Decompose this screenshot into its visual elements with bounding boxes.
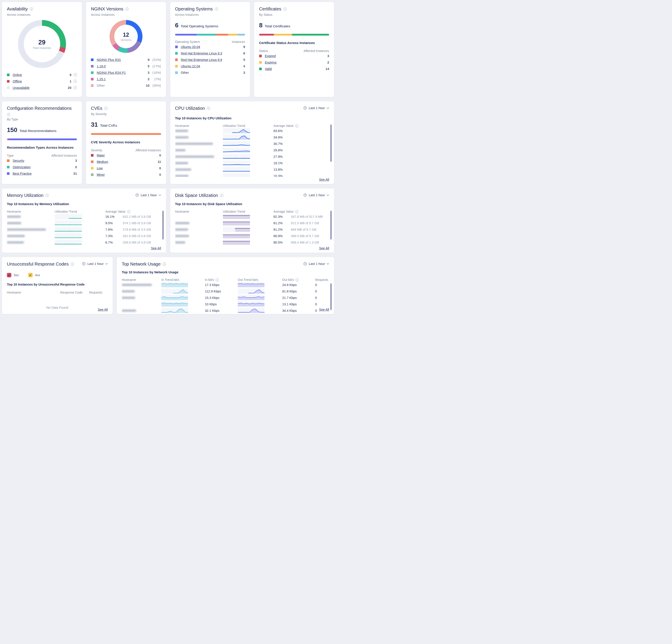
hostname-redacted[interactable]: [175, 228, 188, 231]
disk-average-value: 81.2%: [274, 221, 291, 225]
memory-section-title: Top 10 Instances by Memory Utilization: [7, 202, 161, 206]
legend-link[interactable]: Unavailable: [13, 86, 29, 90]
info-icon[interactable]: [74, 73, 77, 76]
os-link[interactable]: Ubuntu 22.04: [181, 64, 200, 68]
info-icon[interactable]: [215, 7, 218, 11]
hostname-redacted[interactable]: [7, 222, 21, 224]
info-icon[interactable]: [295, 278, 299, 282]
legend-link[interactable]: 1.18.0: [97, 64, 106, 68]
info-icon[interactable]: [295, 210, 298, 213]
hostname-redacted[interactable]: [175, 222, 189, 224]
legend-link[interactable]: NGINX Plus R31: [97, 58, 121, 62]
hostname-redacted[interactable]: [175, 235, 189, 237]
cpu-instance-row: 18.1%: [175, 160, 329, 166]
memory-utilization-title: Memory Utilization: [7, 193, 43, 198]
info-icon[interactable]: [216, 278, 219, 282]
requests-value: 0: [315, 302, 329, 306]
info-icon[interactable]: [7, 113, 10, 116]
status-link[interactable]: Valid: [265, 67, 272, 71]
certificates-title: Certificates: [259, 7, 281, 12]
row-value: 2: [327, 61, 329, 64]
info-icon[interactable]: [104, 107, 108, 110]
status-link[interactable]: Expiring: [265, 61, 276, 64]
status-link[interactable]: Expired: [265, 54, 276, 58]
hostname-redacted[interactable]: [122, 290, 135, 293]
os-link[interactable]: Red Hat Enterprise Linux 8.9: [181, 58, 222, 62]
type-col-header: Type: [7, 154, 14, 157]
network-time-range-dropdown[interactable]: Last 1 hour: [303, 262, 329, 265]
severity-link[interactable]: Minor: [97, 173, 105, 177]
hostname-redacted[interactable]: [175, 168, 191, 171]
in-bits-value: 17.3 Kbps: [205, 283, 238, 287]
memory-time-range-dropdown[interactable]: Last 1 hour: [135, 193, 161, 197]
info-icon[interactable]: [220, 194, 223, 197]
severity-link[interactable]: Medium: [97, 160, 108, 164]
checkbox-checked-icon[interactable]: [28, 273, 33, 277]
info-icon[interactable]: [71, 262, 74, 266]
legend-link[interactable]: Other: [97, 84, 105, 87]
no-data-message: No Data Found: [7, 306, 108, 309]
cpu-see-all-link[interactable]: See All: [319, 178, 329, 181]
hostname-redacted[interactable]: [175, 143, 213, 145]
response-code-filter[interactable]: 5xx: [7, 273, 19, 277]
network-list-scrollbar[interactable]: [330, 283, 332, 310]
out-bits-value: 34.4 Kbps: [282, 309, 315, 312]
info-icon[interactable]: [163, 262, 166, 266]
info-icon[interactable]: [125, 7, 129, 11]
hostname-redacted[interactable]: [175, 175, 189, 177]
type-link[interactable]: Best Practice: [13, 172, 32, 175]
hostname-redacted[interactable]: [175, 149, 185, 151]
cpu-instance-row: 10.3%: [175, 173, 329, 177]
severity-link[interactable]: Low: [97, 166, 103, 170]
hostname-redacted[interactable]: [175, 156, 214, 158]
info-icon[interactable]: [207, 107, 210, 110]
cpu-time-range-dropdown[interactable]: Last 1 hour: [303, 106, 329, 110]
cpu-list-scrollbar[interactable]: [330, 124, 332, 162]
row-value: 14: [326, 67, 329, 71]
info-icon[interactable]: [74, 80, 77, 83]
type-link[interactable]: Optimization: [13, 165, 31, 169]
info-icon[interactable]: [127, 210, 130, 213]
hostname-redacted[interactable]: [175, 130, 188, 132]
disk-time-range-dropdown[interactable]: Last 1 hour: [303, 193, 329, 197]
memory-list-scrollbar[interactable]: [162, 211, 164, 240]
memory-see-all-link[interactable]: See All: [151, 247, 161, 250]
info-icon[interactable]: [30, 7, 33, 11]
hostname-redacted[interactable]: [175, 241, 185, 243]
response-codes-see-all-link[interactable]: See All: [98, 308, 108, 311]
info-icon[interactable]: [74, 86, 77, 90]
disk-see-all-link[interactable]: See All: [319, 247, 329, 250]
unsuccessful-response-codes-card: Unsuccessful Response Codes Last 1 hour …: [2, 257, 113, 314]
network-instance-row: 15.3 Kbps 21.7 Kbps 0: [122, 295, 329, 301]
os-link[interactable]: Red Hat Enterprise Linux 9.3: [181, 51, 222, 55]
disk-list-scrollbar[interactable]: [330, 211, 332, 240]
info-icon[interactable]: [295, 124, 298, 128]
hostname-redacted[interactable]: [175, 136, 189, 139]
checkbox-checked-icon[interactable]: [7, 273, 11, 277]
response-codes-time-range-dropdown[interactable]: Last 1 hour: [82, 262, 108, 265]
os-link[interactable]: Other: [181, 71, 189, 74]
hostname-redacted[interactable]: [7, 241, 24, 243]
hostname-redacted[interactable]: [7, 216, 21, 218]
response-code-filter[interactable]: 4xx: [28, 273, 40, 277]
chevron-down-icon: [327, 263, 329, 265]
hostname-redacted[interactable]: [7, 228, 46, 231]
memory-average-value: 9.5%: [105, 221, 123, 225]
network-see-all-link[interactable]: See All: [319, 308, 329, 311]
row-value: 0: [159, 166, 161, 170]
legend-link[interactable]: NGINX Plus R24 P1: [97, 71, 126, 74]
legend-link[interactable]: Online: [13, 73, 22, 77]
hostname-redacted[interactable]: [175, 162, 188, 164]
hostname-redacted[interactable]: [122, 297, 135, 299]
info-icon[interactable]: [45, 194, 49, 197]
legend-link[interactable]: 1.25.1: [97, 77, 106, 81]
row-swatch: [259, 61, 262, 64]
os-link[interactable]: Ubuntu 20.04: [181, 45, 200, 49]
hostname-redacted[interactable]: [122, 310, 136, 312]
hostname-redacted[interactable]: [122, 284, 152, 286]
type-link[interactable]: Security: [13, 159, 24, 163]
severity-link[interactable]: Major: [97, 154, 105, 157]
info-icon[interactable]: [283, 7, 287, 11]
hostname-redacted[interactable]: [7, 235, 25, 237]
legend-link[interactable]: Offline: [13, 80, 22, 83]
